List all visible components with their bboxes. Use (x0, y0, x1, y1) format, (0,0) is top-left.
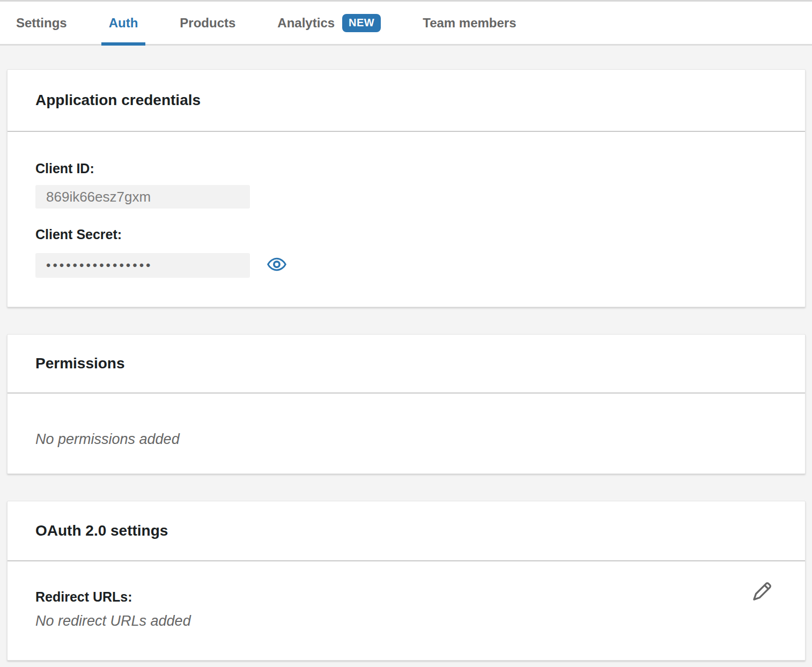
new-badge: NEW (342, 14, 381, 32)
tab-analytics-label: Analytics (277, 16, 335, 31)
oauth-settings-header: OAuth 2.0 settings (8, 501, 805, 561)
application-credentials-title: Application credentials (35, 92, 201, 109)
show-client-secret-button[interactable] (266, 254, 287, 276)
tab-products-label: Products (180, 16, 235, 31)
redirect-urls-empty-text: No redirect URLs added (35, 613, 777, 629)
application-credentials-card: Application credentials Client ID: 869ik… (7, 69, 806, 307)
oauth-settings-body: Redirect URLs: No redirect URLs added (8, 561, 805, 629)
permissions-header: Permissions (8, 335, 805, 394)
pencil-icon (750, 580, 773, 605)
client-id-value[interactable]: 869ik66esz7gxm (35, 185, 250, 209)
tab-bar: Settings Auth Products Analytics NEW Tea… (0, 0, 812, 46)
permissions-card: Permissions No permissions added (7, 334, 806, 474)
tab-team-members-label: Team members (423, 16, 516, 31)
permissions-title: Permissions (35, 355, 125, 372)
client-secret-row: •••••••••••••••• (35, 242, 777, 278)
tab-analytics[interactable]: Analytics NEW (277, 2, 381, 44)
client-secret-label: Client Secret: (35, 227, 777, 242)
tab-products[interactable]: Products (180, 2, 235, 44)
eye-icon (267, 257, 286, 273)
application-credentials-body: Client ID: 869ik66esz7gxm Client Secret:… (8, 132, 805, 278)
tab-settings[interactable]: Settings (16, 2, 67, 44)
oauth-settings-card: OAuth 2.0 settings Redirect URLs: No red… (7, 501, 806, 661)
application-credentials-header: Application credentials (8, 70, 805, 132)
tab-auth[interactable]: Auth (109, 2, 138, 44)
permissions-empty-text: No permissions added (35, 431, 777, 448)
edit-redirect-urls-button[interactable] (749, 580, 774, 605)
oauth-settings-title: OAuth 2.0 settings (35, 522, 168, 539)
redirect-urls-label: Redirect URLs: (35, 589, 777, 605)
tab-team-members[interactable]: Team members (423, 2, 516, 44)
permissions-body: No permissions added (8, 394, 805, 448)
tab-settings-label: Settings (16, 16, 67, 31)
client-secret-value[interactable]: •••••••••••••••• (35, 253, 250, 278)
client-id-label: Client ID: (35, 161, 777, 176)
tab-auth-label: Auth (109, 16, 138, 31)
